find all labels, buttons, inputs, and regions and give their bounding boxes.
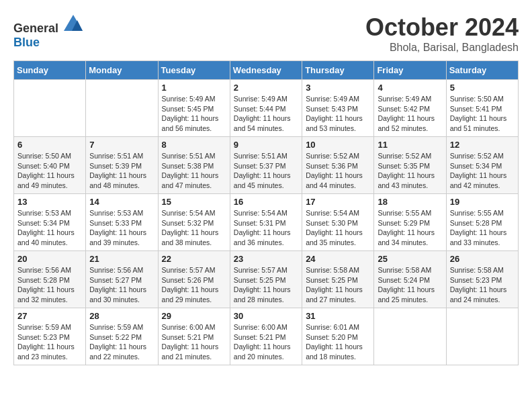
day-number: 19	[450, 197, 515, 207]
day-number: 1	[162, 83, 226, 93]
calendar-cell: 15Sunrise: 5:54 AMSunset: 5:32 PMDayligh…	[158, 194, 230, 251]
day-info: Sunrise: 5:51 AMSunset: 5:39 PMDaylight:…	[89, 151, 154, 191]
day-info: Sunrise: 5:54 AMSunset: 5:32 PMDaylight:…	[162, 208, 226, 248]
calendar-cell: 6Sunrise: 5:50 AMSunset: 5:40 PMDaylight…	[14, 137, 86, 194]
weekday-header-wednesday: Wednesday	[230, 61, 302, 80]
day-info: Sunrise: 5:57 AMSunset: 5:25 PMDaylight:…	[234, 265, 298, 305]
page-header: General Blue October 2024 Bhola, Barisal…	[13, 13, 519, 54]
day-info: Sunrise: 5:51 AMSunset: 5:38 PMDaylight:…	[162, 151, 226, 191]
day-info: Sunrise: 5:49 AMSunset: 5:42 PMDaylight:…	[378, 94, 442, 134]
day-number: 3	[306, 83, 370, 93]
day-number: 26	[450, 254, 515, 264]
calendar-cell: 20Sunrise: 5:56 AMSunset: 5:28 PMDayligh…	[14, 251, 86, 308]
day-info: Sunrise: 5:49 AMSunset: 5:44 PMDaylight:…	[234, 94, 298, 134]
day-info: Sunrise: 5:52 AMSunset: 5:36 PMDaylight:…	[306, 151, 370, 191]
day-info: Sunrise: 5:58 AMSunset: 5:24 PMDaylight:…	[378, 265, 442, 305]
day-number: 10	[306, 140, 370, 150]
day-info: Sunrise: 5:53 AMSunset: 5:33 PMDaylight:…	[89, 208, 154, 248]
day-info: Sunrise: 6:01 AMSunset: 5:20 PMDaylight:…	[306, 322, 370, 362]
day-number: 17	[306, 197, 370, 207]
day-info: Sunrise: 5:50 AMSunset: 5:40 PMDaylight:…	[17, 151, 82, 191]
day-info: Sunrise: 5:59 AMSunset: 5:22 PMDaylight:…	[89, 322, 154, 362]
header-row: SundayMondayTuesdayWednesdayThursdayFrid…	[14, 61, 519, 80]
day-info: Sunrise: 5:49 AMSunset: 5:45 PMDaylight:…	[162, 94, 226, 134]
calendar-cell: 30Sunrise: 6:00 AMSunset: 5:21 PMDayligh…	[230, 308, 302, 365]
calendar-cell: 26Sunrise: 5:58 AMSunset: 5:23 PMDayligh…	[446, 251, 518, 308]
day-number: 15	[162, 197, 226, 207]
day-number: 4	[378, 83, 442, 93]
day-number: 24	[306, 254, 370, 264]
calendar-cell	[446, 308, 518, 365]
calendar-cell: 16Sunrise: 5:54 AMSunset: 5:31 PMDayligh…	[230, 194, 302, 251]
day-number: 8	[162, 140, 226, 150]
day-number: 12	[450, 140, 515, 150]
day-info: Sunrise: 5:59 AMSunset: 5:23 PMDaylight:…	[17, 322, 82, 362]
day-number: 16	[234, 197, 298, 207]
calendar-week-1: 1Sunrise: 5:49 AMSunset: 5:45 PMDaylight…	[14, 80, 519, 137]
calendar-cell: 27Sunrise: 5:59 AMSunset: 5:23 PMDayligh…	[14, 308, 86, 365]
weekday-header-thursday: Thursday	[302, 61, 374, 80]
logo: General Blue	[13, 13, 83, 50]
day-info: Sunrise: 5:55 AMSunset: 5:28 PMDaylight:…	[450, 208, 515, 248]
calendar-cell: 2Sunrise: 5:49 AMSunset: 5:44 PMDaylight…	[230, 80, 302, 137]
day-info: Sunrise: 5:58 AMSunset: 5:25 PMDaylight:…	[306, 265, 370, 305]
calendar-cell	[86, 80, 158, 137]
calendar-cell: 17Sunrise: 5:54 AMSunset: 5:30 PMDayligh…	[302, 194, 374, 251]
day-number: 7	[89, 140, 154, 150]
day-info: Sunrise: 5:58 AMSunset: 5:23 PMDaylight:…	[450, 265, 515, 305]
calendar-table: SundayMondayTuesdayWednesdayThursdayFrid…	[13, 60, 519, 365]
calendar-cell: 29Sunrise: 6:00 AMSunset: 5:21 PMDayligh…	[158, 308, 230, 365]
day-info: Sunrise: 6:00 AMSunset: 5:21 PMDaylight:…	[234, 322, 298, 362]
calendar-cell	[374, 308, 446, 365]
calendar-week-3: 13Sunrise: 5:53 AMSunset: 5:34 PMDayligh…	[14, 194, 519, 251]
calendar-cell: 28Sunrise: 5:59 AMSunset: 5:22 PMDayligh…	[86, 308, 158, 365]
day-number: 27	[17, 311, 82, 321]
calendar-cell: 31Sunrise: 6:01 AMSunset: 5:20 PMDayligh…	[302, 308, 374, 365]
day-info: Sunrise: 5:55 AMSunset: 5:29 PMDaylight:…	[378, 208, 442, 248]
day-number: 11	[378, 140, 442, 150]
day-info: Sunrise: 5:56 AMSunset: 5:28 PMDaylight:…	[17, 265, 82, 305]
day-info: Sunrise: 5:52 AMSunset: 5:34 PMDaylight:…	[450, 151, 515, 191]
day-info: Sunrise: 5:54 AMSunset: 5:30 PMDaylight:…	[306, 208, 370, 248]
calendar-cell: 21Sunrise: 5:56 AMSunset: 5:27 PMDayligh…	[86, 251, 158, 308]
logo-text: General Blue	[13, 13, 83, 50]
day-number: 31	[306, 311, 370, 321]
day-number: 5	[450, 83, 515, 93]
day-info: Sunrise: 5:53 AMSunset: 5:34 PMDaylight:…	[17, 208, 82, 248]
day-number: 22	[162, 254, 226, 264]
weekday-header-tuesday: Tuesday	[158, 61, 230, 80]
day-info: Sunrise: 5:50 AMSunset: 5:41 PMDaylight:…	[450, 94, 515, 134]
logo-blue: Blue	[13, 36, 40, 49]
day-number: 25	[378, 254, 442, 264]
location-subtitle: Bhola, Barisal, Bangladesh	[365, 42, 519, 54]
calendar-cell: 14Sunrise: 5:53 AMSunset: 5:33 PMDayligh…	[86, 194, 158, 251]
day-info: Sunrise: 5:57 AMSunset: 5:26 PMDaylight:…	[162, 265, 226, 305]
logo-icon	[64, 13, 83, 32]
calendar-cell: 10Sunrise: 5:52 AMSunset: 5:36 PMDayligh…	[302, 137, 374, 194]
day-info: Sunrise: 6:00 AMSunset: 5:21 PMDaylight:…	[162, 322, 226, 362]
title-area: October 2024 Bhola, Barisal, Bangladesh	[365, 13, 519, 54]
calendar-week-2: 6Sunrise: 5:50 AMSunset: 5:40 PMDaylight…	[14, 137, 519, 194]
day-info: Sunrise: 5:52 AMSunset: 5:35 PMDaylight:…	[378, 151, 442, 191]
month-title: October 2024	[365, 13, 519, 42]
day-number: 14	[89, 197, 154, 207]
calendar-cell: 25Sunrise: 5:58 AMSunset: 5:24 PMDayligh…	[374, 251, 446, 308]
logo-general: General	[13, 21, 58, 35]
weekday-header-friday: Friday	[374, 61, 446, 80]
calendar-cell: 9Sunrise: 5:51 AMSunset: 5:37 PMDaylight…	[230, 137, 302, 194]
day-number: 18	[378, 197, 442, 207]
day-info: Sunrise: 5:49 AMSunset: 5:43 PMDaylight:…	[306, 94, 370, 134]
calendar-cell: 12Sunrise: 5:52 AMSunset: 5:34 PMDayligh…	[446, 137, 518, 194]
day-info: Sunrise: 5:54 AMSunset: 5:31 PMDaylight:…	[234, 208, 298, 248]
day-number: 21	[89, 254, 154, 264]
calendar-cell: 22Sunrise: 5:57 AMSunset: 5:26 PMDayligh…	[158, 251, 230, 308]
calendar-week-4: 20Sunrise: 5:56 AMSunset: 5:28 PMDayligh…	[14, 251, 519, 308]
calendar-cell: 13Sunrise: 5:53 AMSunset: 5:34 PMDayligh…	[14, 194, 86, 251]
calendar-cell: 1Sunrise: 5:49 AMSunset: 5:45 PMDaylight…	[158, 80, 230, 137]
day-number: 29	[162, 311, 226, 321]
day-number: 6	[17, 140, 82, 150]
calendar-cell	[14, 80, 86, 137]
day-number: 2	[234, 83, 298, 93]
weekday-header-sunday: Sunday	[14, 61, 86, 80]
calendar-cell: 18Sunrise: 5:55 AMSunset: 5:29 PMDayligh…	[374, 194, 446, 251]
